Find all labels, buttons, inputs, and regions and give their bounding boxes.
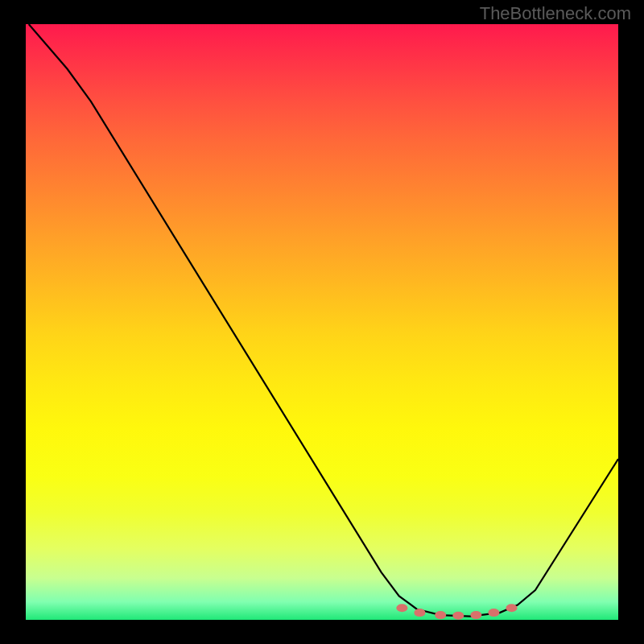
- marker-dot: [452, 612, 464, 620]
- watermark-text: TheBottleneck.com: [480, 3, 631, 24]
- marker-dot: [414, 609, 425, 617]
- bottleneck-curve: [29, 24, 618, 617]
- curve-markers: [396, 604, 517, 620]
- plot-area: [26, 24, 618, 620]
- marker-dot: [470, 611, 481, 619]
- chart-svg: [26, 24, 618, 620]
- marker-dot: [488, 609, 499, 617]
- marker-dot: [435, 611, 446, 619]
- marker-dot: [506, 604, 518, 612]
- marker-dot: [396, 604, 407, 612]
